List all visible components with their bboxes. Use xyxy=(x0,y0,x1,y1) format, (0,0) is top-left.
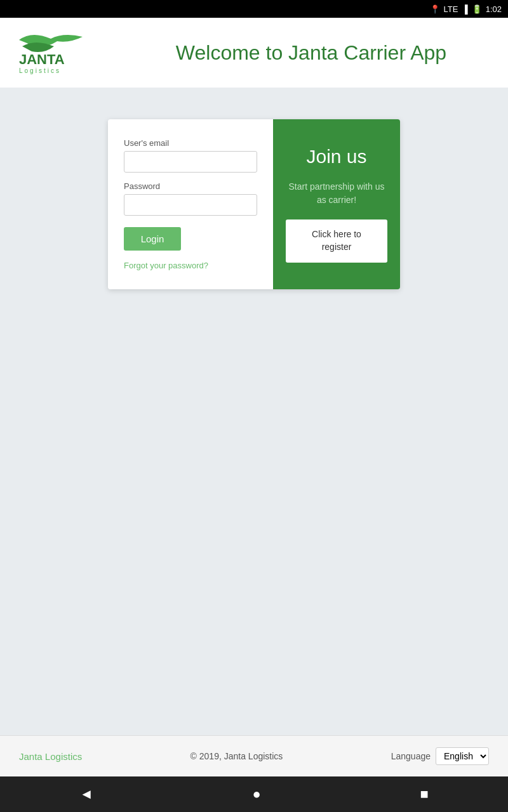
nav-bar: ◄ ● ■ xyxy=(0,776,508,812)
language-label: Language xyxy=(391,751,431,761)
footer-company-link[interactable]: Janta Logistics xyxy=(19,751,82,762)
recents-button[interactable]: ■ xyxy=(401,781,447,808)
password-input[interactable] xyxy=(124,194,257,216)
app-title: Welcome to Janta Carrier App xyxy=(127,41,495,65)
svg-text:JANTA: JANTA xyxy=(19,51,65,67)
status-bar: 📍 LTE ▐ 🔋 1:02 xyxy=(0,0,508,18)
join-panel: Join us Start partnership with us as car… xyxy=(273,119,400,289)
login-card: User's email Password Login Forgot your … xyxy=(108,119,400,289)
time-display: 1:02 xyxy=(486,4,502,14)
back-button[interactable]: ◄ xyxy=(60,781,112,808)
logo-area: JANTA Logistics xyxy=(13,27,127,78)
email-label: User's email xyxy=(124,138,257,148)
app-header: JANTA Logistics Welcome to Janta Carrier… xyxy=(0,18,508,88)
language-select[interactable]: English Hindi Other xyxy=(436,747,489,765)
login-button[interactable]: Login xyxy=(124,227,181,251)
join-title: Join us xyxy=(306,146,366,167)
battery-icon: 🔋 xyxy=(472,4,482,14)
footer: Janta Logistics © 2019, Janta Logistics … xyxy=(0,735,508,776)
password-group: Password xyxy=(124,181,257,216)
login-panel: User's email Password Login Forgot your … xyxy=(108,119,273,289)
svg-text:Logistics: Logistics xyxy=(19,67,61,74)
signal-icon: ▐ xyxy=(462,4,467,14)
email-group: User's email xyxy=(124,138,257,173)
footer-copyright: © 2019, Janta Logistics xyxy=(190,751,283,761)
join-subtitle: Start partnership with us as carrier! xyxy=(286,180,387,207)
register-button[interactable]: Click here to register xyxy=(286,219,387,262)
email-input[interactable] xyxy=(124,151,257,173)
home-button[interactable]: ● xyxy=(234,781,280,808)
forgot-password-link[interactable]: Forgot your password? xyxy=(124,261,257,270)
login-actions: Login xyxy=(124,225,257,251)
janta-logo: JANTA Logistics xyxy=(13,27,108,78)
main-content: User's email Password Login Forgot your … xyxy=(0,88,508,735)
footer-language: Language English Hindi Other xyxy=(391,747,489,765)
password-label: Password xyxy=(124,181,257,191)
lte-indicator: LTE xyxy=(444,4,458,14)
location-icon: 📍 xyxy=(430,4,440,14)
